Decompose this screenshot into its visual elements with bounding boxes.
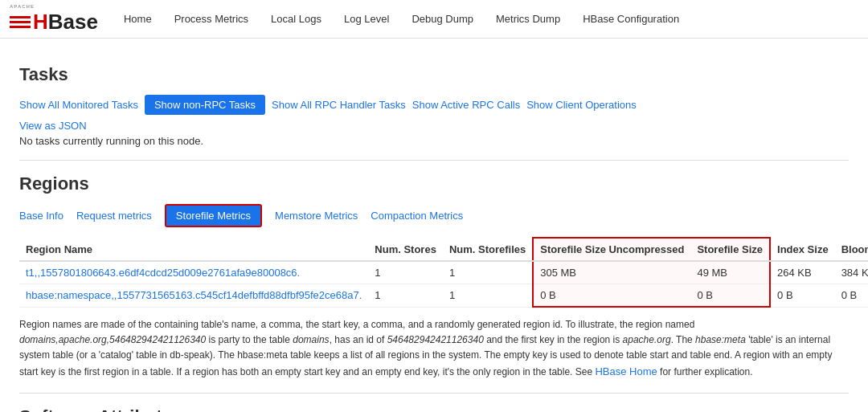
nav-debug-dump[interactable]: Debug Dump — [400, 2, 485, 36]
col-header-index-size: Index Size — [770, 238, 835, 261]
table-row: hbase:namespace,,1557731565163.c545cf14d… — [19, 284, 868, 308]
show-client-operations-btn[interactable]: Show Client Operations — [526, 99, 637, 111]
desc-italic-1: domains,apache.org,546482942421126340 — [19, 334, 206, 345]
storefile-size-uncompressed-cell-1: 305 MB — [533, 261, 690, 284]
index-size-cell-2: 0 B — [770, 284, 835, 308]
regions-description: Region names are made of the containing … — [19, 317, 849, 380]
bloom-size-cell-1: 384 KB — [835, 261, 868, 284]
desc-text-1: Region names are made of the containing … — [19, 319, 694, 330]
regions-table: Region Name Num. Stores Num. Storefiles … — [19, 237, 868, 308]
region-name-cell-2: hbase:namespace,,1557731565163.c545cf14d… — [19, 284, 368, 308]
nav-log-level[interactable]: Log Level — [333, 2, 400, 36]
num-storefiles-cell-1: 1 — [443, 261, 533, 284]
main-content: Tasks Show All Monitored Tasks Show non-… — [0, 39, 868, 412]
regions-table-wrapper: Region Name Num. Stores Num. Storefiles … — [19, 237, 849, 308]
regions-tab-bar: Base Info Request metrics Storefile Metr… — [19, 204, 849, 227]
view-json-anchor[interactable]: View as JSON — [19, 120, 87, 132]
desc-italic-5: hbase:meta — [695, 334, 746, 345]
tasks-title: Tasks — [19, 64, 849, 85]
num-stores-cell-2: 1 — [368, 284, 443, 308]
region-name-link-1[interactable]: t1,,1557801806643.e6df4cdcd25d009e2761af… — [26, 267, 300, 279]
desc-italic-3: 546482942421126340 — [387, 334, 484, 345]
bloom-size-cell-2: 0 B — [835, 284, 868, 308]
hbase-home-link[interactable]: HBase Home — [595, 365, 657, 377]
nav-home[interactable]: Home — [113, 2, 163, 36]
show-non-rpc-tasks-btn[interactable]: Show non-RPC Tasks — [145, 95, 265, 115]
show-active-rpc-calls-btn[interactable]: Show Active RPC Calls — [412, 99, 520, 111]
table-row: t1,,1557801806643.e6df4cdcd25d009e2761af… — [19, 261, 868, 284]
col-header-num-stores: Num. Stores — [368, 238, 443, 261]
logo-hbase: H Base — [10, 10, 98, 35]
software-divider — [19, 393, 849, 394]
tab-memstore-metrics[interactable]: Memstore Metrics — [275, 206, 358, 225]
regions-title: Regions — [19, 173, 849, 194]
tab-base-info[interactable]: Base Info — [19, 206, 63, 225]
nav-links: Home Process Metrics Local Logs Log Leve… — [113, 2, 690, 36]
navbar: APACHE H Base Home Process Metrics Local… — [0, 0, 868, 39]
tab-storefile-metrics[interactable]: Storefile Metrics — [165, 204, 262, 227]
storefile-size-uncompressed-cell-2: 0 B — [533, 284, 690, 308]
logo-base-letters: Base — [48, 10, 98, 35]
desc-italic-4: apache.org — [623, 334, 671, 345]
desc-text-3: , has an id of — [330, 334, 387, 345]
show-all-monitored-tasks-btn[interactable]: Show All Monitored Tasks — [19, 99, 138, 111]
desc-text-7: for further explication. — [657, 366, 753, 377]
nav-metrics-dump[interactable]: Metrics Dump — [485, 2, 571, 36]
nav-process-metrics[interactable]: Process Metrics — [163, 2, 260, 36]
num-storefiles-cell-2: 1 — [443, 284, 533, 308]
col-header-storefile-size-uncompressed: Storefile Size Uncompressed — [533, 238, 690, 261]
logo-apache: APACHE — [10, 3, 35, 10]
region-name-link-2[interactable]: hbase:namespace,,1557731565163.c545cf14d… — [26, 289, 362, 301]
no-tasks-message: No tasks currently running on this node. — [19, 135, 849, 147]
col-header-num-storefiles: Num. Storefiles — [443, 238, 533, 261]
tasks-divider — [19, 160, 849, 161]
logo: APACHE H Base — [10, 3, 98, 35]
tab-request-metrics[interactable]: Request metrics — [76, 206, 152, 225]
nav-local-logs[interactable]: Local Logs — [260, 2, 333, 36]
desc-text-2: is party to the table — [206, 334, 293, 345]
tab-compaction-metrics[interactable]: Compaction Metrics — [371, 206, 463, 225]
view-as-json-link[interactable]: View as JSON — [19, 120, 849, 132]
col-header-bloom-size: Bloom Size — [835, 238, 868, 261]
desc-text-5: . The — [671, 334, 695, 345]
task-buttons: Show All Monitored Tasks Show non-RPC Ta… — [19, 95, 849, 115]
col-header-region-name: Region Name — [19, 238, 368, 261]
show-all-rpc-handler-tasks-btn[interactable]: Show All RPC Handler Tasks — [272, 99, 406, 111]
col-header-storefile-size: Storefile Size — [690, 238, 770, 261]
software-attributes-title: Software Attributes — [19, 406, 849, 412]
storefile-size-cell-2: 0 B — [690, 284, 770, 308]
index-size-cell-1: 264 KB — [770, 261, 835, 284]
nav-hbase-configuration[interactable]: HBase Configuration — [571, 2, 690, 36]
storefile-size-cell-1: 49 MB — [690, 261, 770, 284]
desc-text-4: and the first key in the region is — [484, 334, 623, 345]
logo-h-letter: H — [33, 10, 48, 35]
region-name-cell-1: t1,,1557801806643.e6df4cdcd25d009e2761af… — [19, 261, 368, 284]
num-stores-cell-1: 1 — [368, 261, 443, 284]
desc-italic-2: domains — [293, 334, 329, 345]
